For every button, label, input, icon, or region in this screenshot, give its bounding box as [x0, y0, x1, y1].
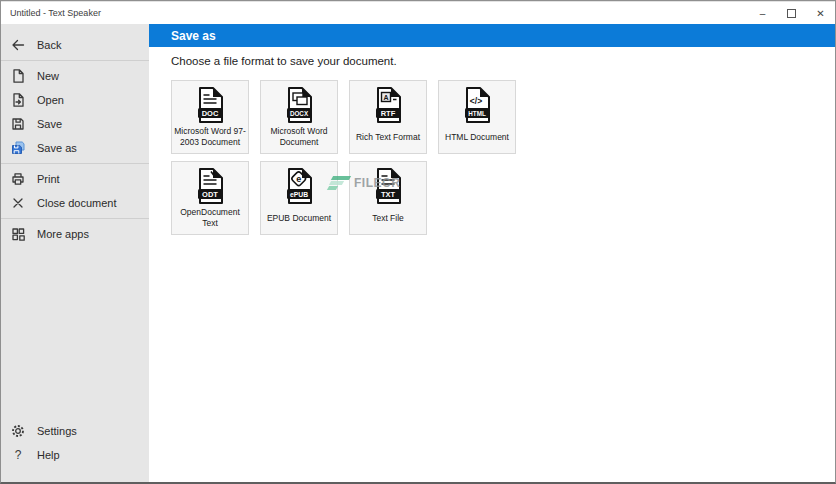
svg-text:A: A [383, 94, 388, 101]
close-button[interactable]: ✕ [806, 2, 835, 24]
format-tile-rtf[interactable]: A RTF Rich Text Format [349, 80, 427, 154]
svg-text:TXT: TXT [381, 190, 396, 199]
sidebar-item-label: Settings [37, 425, 77, 437]
svg-text:</>: </> [470, 96, 482, 106]
main-panel: Save as Choose a file format to save you… [149, 24, 835, 483]
sidebar-spacer [1, 246, 149, 419]
maximize-button[interactable] [777, 2, 806, 24]
format-tile-odt[interactable]: ODT OpenDocument Text [171, 161, 249, 235]
format-label: Text File [372, 205, 404, 231]
titlebar: Untitled - Text Speaker – ✕ [1, 1, 835, 24]
format-tile-epub[interactable]: e ePUB EPUB Document [260, 161, 338, 235]
sidebar-item-label: More apps [37, 228, 89, 240]
sidebar-item-save-as[interactable]: Save as [1, 136, 149, 160]
format-row-1: DOC Microsoft Word 97-2003 Document DOCX [171, 80, 835, 154]
save-floppy-icon [10, 116, 26, 132]
sidebar-item-label: New [37, 70, 59, 82]
format-label: Microsoft Word Document [263, 124, 335, 150]
epub-file-icon: e ePUB [284, 167, 314, 205]
sidebar-item-help[interactable]: ? Help [1, 443, 149, 467]
html-file-icon: </> HTML [462, 86, 492, 124]
svg-text:e: e [296, 174, 301, 184]
sidebar-item-save[interactable]: Save [1, 112, 149, 136]
close-icon: ✕ [816, 8, 824, 19]
page-title: Save as [171, 29, 216, 43]
docx-file-icon: DOCX [284, 86, 314, 124]
content-area: Choose a file format to save your docume… [149, 47, 835, 235]
printer-icon [10, 171, 26, 187]
sidebar-item-label: Save as [37, 142, 77, 154]
format-tile-html[interactable]: </> HTML HTML Document [438, 80, 516, 154]
page-header: Save as [149, 24, 835, 47]
window-title: Untitled - Text Speaker [1, 8, 748, 18]
format-label: Microsoft Word 97-2003 Document [174, 124, 246, 150]
rtf-file-icon: A RTF [373, 86, 403, 124]
sidebar-separator [1, 218, 149, 219]
odt-file-icon: ODT [195, 167, 225, 205]
sidebar-item-open[interactable]: Open [1, 88, 149, 112]
sidebar-item-label: Back [37, 39, 61, 51]
format-label: OpenDocument Text [174, 205, 246, 231]
format-row-2: ODT OpenDocument Text e ePUB EPUB Docume… [171, 161, 835, 235]
new-document-icon [10, 68, 26, 84]
app-window: Untitled - Text Speaker – ✕ Back New [0, 0, 836, 484]
sidebar-item-new[interactable]: New [1, 64, 149, 88]
sidebar-separator [1, 60, 149, 61]
doc-file-icon: DOC [195, 86, 225, 124]
svg-text:DOC: DOC [202, 109, 219, 118]
sidebar-item-close-document[interactable]: Close document [1, 191, 149, 215]
sidebar-item-label: Close document [37, 197, 117, 209]
txt-file-icon: TXT [373, 167, 403, 205]
sidebar-item-print[interactable]: Print [1, 167, 149, 191]
back-arrow-icon [10, 37, 26, 53]
sidebar-item-label: Open [37, 94, 64, 106]
close-x-icon [10, 195, 26, 211]
svg-text:ODT: ODT [202, 190, 218, 199]
apps-grid-icon [10, 226, 26, 242]
svg-text:DOCX: DOCX [290, 110, 309, 117]
sidebar-item-label: Print [37, 173, 60, 185]
svg-text:HTML: HTML [468, 110, 486, 117]
sidebar-item-label: Help [37, 449, 60, 461]
save-as-icon [10, 140, 26, 156]
sidebar-item-back[interactable]: Back [1, 33, 149, 57]
format-tile-doc[interactable]: DOC Microsoft Word 97-2003 Document [171, 80, 249, 154]
minimize-button[interactable]: – [748, 2, 777, 24]
open-document-icon [10, 92, 26, 108]
format-label: EPUB Document [267, 205, 331, 231]
format-tile-docx[interactable]: DOCX Microsoft Word Document [260, 80, 338, 154]
sidebar-separator [1, 163, 149, 164]
minimize-icon: – [760, 8, 766, 19]
gear-icon [10, 423, 26, 439]
sidebar-item-settings[interactable]: Settings [1, 419, 149, 443]
format-tile-txt[interactable]: TXT Text File [349, 161, 427, 235]
svg-text:ePUB: ePUB [290, 191, 308, 198]
question-mark-icon: ? [10, 447, 26, 463]
format-label: Rich Text Format [356, 124, 420, 150]
svg-text:RTF: RTF [381, 109, 396, 118]
format-label: HTML Document [445, 124, 509, 150]
subtitle-text: Choose a file format to save your docume… [171, 55, 835, 67]
sidebar-item-more-apps[interactable]: More apps [1, 222, 149, 246]
sidebar-item-label: Save [37, 118, 62, 130]
window-controls: – ✕ [748, 2, 835, 24]
maximize-icon [787, 9, 796, 18]
sidebar: Back New Open Save [1, 24, 149, 483]
